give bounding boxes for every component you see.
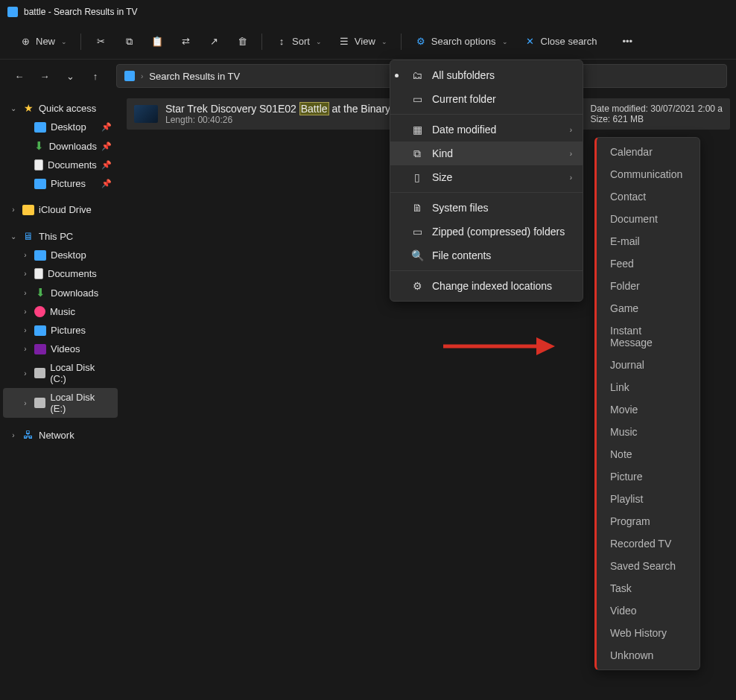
pin-icon: 📌: [101, 179, 112, 188]
chevron-down-icon: ⌄: [61, 38, 67, 45]
sidebar-item-downloads[interactable]: ⬇Downloads📌: [3, 136, 118, 156]
folder-icon: [124, 71, 135, 81]
recent-button[interactable]: ⌄: [60, 66, 80, 86]
kind-option[interactable]: Instant Message: [597, 319, 699, 354]
document-icon: [34, 159, 43, 171]
app-icon: [7, 7, 18, 17]
contents-icon: 🔍: [411, 249, 423, 261]
chevron-right-icon: ›: [9, 431, 18, 439]
navigation-tree: ⌄ ★ Quick access Desktop📌 ⬇Downloads📌 Do…: [0, 92, 121, 700]
back-button[interactable]: ←: [9, 66, 30, 86]
more-icon: •••: [622, 36, 632, 47]
quick-access-node[interactable]: ⌄ ★ Quick access: [3, 98, 118, 118]
star-icon: ★: [22, 102, 34, 114]
kind-icon: ⧉: [411, 147, 423, 159]
document-icon: [34, 268, 43, 279]
kind-option[interactable]: Folder: [597, 275, 699, 297]
kind-option[interactable]: Calendar: [597, 141, 699, 163]
sidebar-item-downloads[interactable]: ›⬇Downloads: [3, 283, 118, 302]
new-button[interactable]: ⊕ New ⌄: [13, 31, 73, 52]
search-options-icon: ⚙: [415, 36, 427, 48]
copy-button[interactable]: ⧉: [117, 31, 141, 52]
sidebar-item-local-disk-c[interactable]: ›Local Disk (C:): [3, 358, 118, 388]
delete-icon: 🗑: [236, 36, 248, 48]
sort-button[interactable]: ↕ Sort ⌄: [270, 31, 328, 52]
kind-option[interactable]: Feed: [597, 252, 699, 275]
toolbar-separator: [401, 34, 402, 50]
dropdown-item-system-files[interactable]: 🗎System files: [390, 196, 583, 220]
kind-option[interactable]: Task: [597, 577, 699, 599]
kind-option[interactable]: Link: [597, 376, 699, 398]
sidebar-item-videos[interactable]: ›Videos: [3, 340, 118, 358]
kind-option[interactable]: Playlist: [597, 488, 699, 510]
folder-icon: ▭: [411, 93, 423, 105]
kind-option[interactable]: Web History: [597, 622, 699, 644]
kind-option[interactable]: Video: [597, 599, 699, 622]
sidebar-item-documents[interactable]: Documents📌: [3, 156, 118, 174]
highlight: Battle: [299, 102, 329, 115]
dropdown-item-date-modified[interactable]: ▦Date modified›: [390, 118, 583, 141]
dropdown-item-file-contents[interactable]: 🔍File contents: [390, 244, 583, 267]
more-button[interactable]: •••: [616, 31, 638, 51]
chevron-right-icon: ›: [9, 206, 18, 214]
result-metadata: Date modified: 30/07/2021 2:00 a Size: 6…: [591, 104, 723, 124]
rename-button[interactable]: ⇄: [174, 31, 197, 52]
kind-option[interactable]: Contact: [597, 185, 699, 208]
disk-icon: [34, 398, 46, 408]
sidebar-item-pictures[interactable]: Pictures📌: [3, 174, 118, 193]
this-pc-node[interactable]: ⌄🖥This PC: [3, 226, 118, 246]
kind-submenu: CalendarCommunicationContactDocumentE-ma…: [594, 137, 700, 670]
rename-icon: ⇄: [180, 36, 191, 48]
dropdown-item-change-indexed[interactable]: ⚙Change indexed locations: [390, 274, 583, 298]
close-search-button[interactable]: ✕ Close search: [518, 31, 603, 52]
dropdown-item-kind[interactable]: ⧉Kind›: [390, 141, 583, 165]
share-button[interactable]: ↗: [202, 31, 226, 52]
video-thumbnail: [134, 105, 158, 123]
kind-option[interactable]: Game: [597, 297, 699, 319]
picture-icon: [34, 179, 46, 189]
cut-button[interactable]: ✂: [89, 31, 112, 52]
sidebar-item-local-disk-e[interactable]: ›Local Disk (E:): [3, 388, 118, 418]
kind-option[interactable]: Saved Search: [597, 555, 699, 577]
search-options-button[interactable]: ⚙ Search options ⌄: [409, 31, 514, 52]
sidebar-item-documents[interactable]: ›Documents: [3, 264, 118, 283]
kind-option[interactable]: Note: [597, 443, 699, 465]
dropdown-item-all-subfolders[interactable]: 🗂All subfolders: [390, 63, 583, 87]
paste-icon: 📋: [151, 36, 163, 48]
delete-button[interactable]: 🗑: [230, 31, 254, 52]
dropdown-item-zipped[interactable]: ▭Zipped (compressed) folders: [390, 220, 583, 244]
kind-option[interactable]: Communication: [597, 163, 699, 185]
title-bar: battle - Search Results in TV: [0, 0, 736, 24]
download-icon: ⬇: [34, 287, 46, 299]
icloud-node[interactable]: ›iCloud Drive: [3, 200, 118, 219]
sidebar-item-desktop[interactable]: Desktop📌: [3, 118, 118, 136]
kind-option[interactable]: Unknown: [597, 644, 699, 666]
forward-button[interactable]: →: [34, 66, 55, 86]
sidebar-item-pictures[interactable]: ›Pictures: [3, 321, 118, 340]
kind-option[interactable]: Music: [597, 421, 699, 443]
sidebar-item-desktop[interactable]: ›Desktop: [3, 246, 118, 264]
download-icon: ⬇: [34, 140, 45, 152]
paste-button[interactable]: 📋: [145, 31, 169, 52]
kind-option[interactable]: Document: [597, 208, 699, 230]
sidebar-item-music[interactable]: ›Music: [3, 302, 118, 321]
network-node[interactable]: ›🖧Network: [3, 425, 118, 445]
kind-option[interactable]: Movie: [597, 398, 699, 421]
music-icon: [34, 306, 45, 317]
zip-icon: ▭: [411, 226, 423, 238]
dropdown-item-size[interactable]: ▯Size›: [390, 165, 583, 189]
chevron-right-icon: ›: [570, 174, 572, 182]
pin-icon: 📌: [101, 160, 112, 170]
up-button[interactable]: ↑: [85, 66, 106, 86]
kind-option[interactable]: Journal: [597, 354, 699, 376]
sort-icon: ↕: [276, 36, 288, 48]
kind-option[interactable]: Picture: [597, 465, 699, 488]
dropdown-separator: [390, 270, 583, 271]
kind-option[interactable]: Recorded TV: [597, 532, 699, 555]
dropdown-item-current-folder[interactable]: ▭Current folder: [390, 87, 583, 111]
search-options-dropdown: 🗂All subfolders ▭Current folder ▦Date mo…: [390, 60, 583, 302]
desktop-icon: [34, 122, 46, 133]
view-button[interactable]: ☰ View ⌄: [332, 31, 393, 52]
kind-option[interactable]: Program: [597, 510, 699, 532]
kind-option[interactable]: E-mail: [597, 230, 699, 252]
